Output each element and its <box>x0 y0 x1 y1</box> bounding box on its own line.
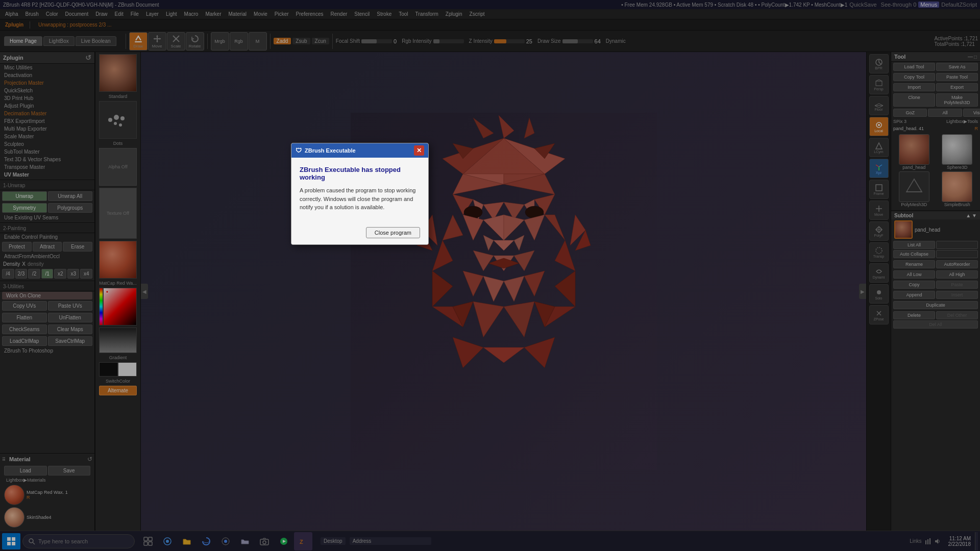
modal-body: ZBrush Executable has stopped working A … <box>291 158 428 225</box>
modal-buttons: Close program <box>291 225 428 244</box>
close-program-btn[interactable]: Close program <box>366 227 420 238</box>
modal-description: A problem caused the program to stop wor… <box>300 186 420 212</box>
error-dialog: 🛡 ZBrush Executable ✕ ZBrush Executable … <box>291 143 429 245</box>
modal-close-btn[interactable]: ✕ <box>414 145 424 156</box>
dialog-icon: 🛡 <box>296 147 302 154</box>
modal-title-group: 🛡 ZBrush Executable <box>296 147 356 154</box>
modal-titlebar: 🛡 ZBrush Executable ✕ <box>291 143 428 158</box>
modal-heading: ZBrush Executable has stopped working <box>300 166 420 181</box>
modal-overlay[interactable]: 🛡 ZBrush Executable ✕ ZBrush Executable … <box>0 0 980 551</box>
modal-title: ZBrush Executable <box>305 147 356 154</box>
